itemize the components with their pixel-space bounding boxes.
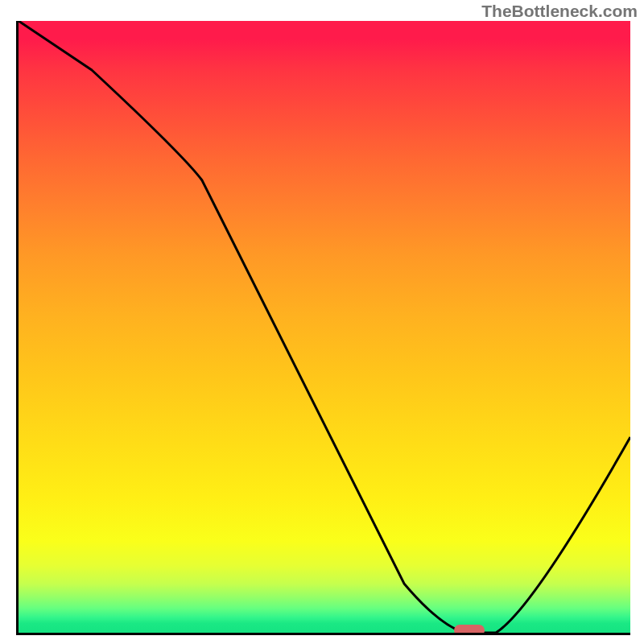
bottleneck-curve-path [19, 21, 630, 633]
chart-container: TheBottleneck.com [0, 0, 644, 644]
attribution-text: TheBottleneck.com [481, 2, 638, 21]
curve-svg [19, 21, 630, 633]
optimal-marker [454, 625, 485, 635]
plot-area [16, 21, 630, 635]
